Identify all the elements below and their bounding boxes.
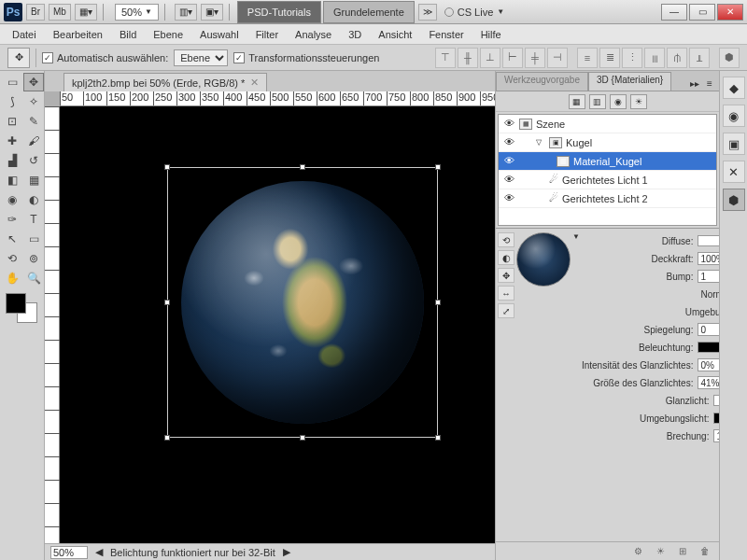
gradient-tool[interactable]: ▦ xyxy=(23,171,44,189)
panel-tab-3d-materials[interactable]: 3D {Materialien} xyxy=(588,72,671,91)
menu-view[interactable]: Ansicht xyxy=(370,26,420,43)
pen-tool[interactable]: ✑ xyxy=(2,210,22,229)
scene-tree[interactable]: 👁 ▦ Szene 👁 ▽ ▣ Kugel 👁 ▥ Materi xyxy=(498,114,717,226)
menu-layer[interactable]: Ebene xyxy=(145,26,191,43)
hand-tool[interactable]: ✋ xyxy=(2,269,22,287)
handle-mr[interactable] xyxy=(435,300,441,305)
menu-file[interactable]: Datei xyxy=(4,26,45,43)
ambient-swatch[interactable] xyxy=(713,413,719,424)
render-settings-icon[interactable]: ⚙ xyxy=(629,545,646,558)
menu-edit[interactable]: Bearbeiten xyxy=(45,26,111,43)
document-tab[interactable]: kplj2th2.bmp bei 50% (Erde, RGB/8) * ✕ xyxy=(63,73,267,91)
gloss-size-field[interactable]: 41% xyxy=(698,376,719,389)
screenmode-button[interactable]: ▣▾ xyxy=(201,4,223,21)
3d-pan-icon[interactable]: ✥ xyxy=(498,268,514,283)
transform-controls-checkbox[interactable]: ✓Transformationssteuerungen xyxy=(233,52,379,63)
3d-roll-icon[interactable]: ◐ xyxy=(498,250,514,265)
tools-dock-icon[interactable]: ✕ xyxy=(723,161,745,183)
handle-ml[interactable] xyxy=(164,300,170,305)
zoom-field[interactable]: 50% xyxy=(50,546,88,559)
tree-row-kugel[interactable]: 👁 ▽ ▣ Kugel xyxy=(499,133,716,152)
eyedropper-tool[interactable]: ✎ xyxy=(23,112,44,131)
preview-menu-icon[interactable]: ▼ xyxy=(572,232,580,241)
refraction-field[interactable]: 1 xyxy=(713,429,719,442)
ruler-horizontal[interactable]: 5010015020025030035040045050055060065070… xyxy=(60,91,495,106)
zoom-tool[interactable]: 🔍 xyxy=(23,269,44,287)
bump-field[interactable]: 1 xyxy=(698,270,719,283)
workspace-tab-basics[interactable]: Grundelemente xyxy=(323,1,415,23)
align-hcenter-icon[interactable]: ╪ xyxy=(525,48,545,68)
arrange-button[interactable]: ▥▾ xyxy=(175,4,197,21)
marquee-tool[interactable]: ▭ xyxy=(2,73,22,91)
handle-tl[interactable] xyxy=(164,164,170,170)
adjustments-dock-icon[interactable]: ▣ xyxy=(723,133,745,155)
handle-tm[interactable] xyxy=(300,164,305,170)
tree-row-material[interactable]: 👁 ▥ Material_Kugel xyxy=(499,152,716,171)
3d-mode-icon[interactable]: ⬢ xyxy=(719,48,740,68)
new-icon[interactable]: ⊞ xyxy=(674,545,691,558)
minimize-button[interactable]: ― xyxy=(661,4,687,21)
zoom-select[interactable]: 50%▼ xyxy=(115,4,159,21)
menu-image[interactable]: Bild xyxy=(111,26,145,43)
active-tool-indicator[interactable]: ✥ xyxy=(7,48,30,68)
visibility-icon[interactable]: 👁 xyxy=(502,136,515,149)
lasso-tool[interactable]: ⟆ xyxy=(2,92,22,111)
stamp-tool[interactable]: ▟ xyxy=(2,151,22,170)
filter-material-icon[interactable]: ◉ xyxy=(610,94,627,109)
handle-br[interactable] xyxy=(435,435,441,441)
tree-row-light2[interactable]: 👁 ☄ Gerichtetes Licht 2 xyxy=(499,189,716,208)
3d-scale-icon[interactable]: ⤢ xyxy=(498,303,514,318)
diffuse-swatch[interactable] xyxy=(698,235,719,246)
menu-filter[interactable]: Filter xyxy=(247,26,287,43)
handle-bl[interactable] xyxy=(164,435,170,441)
disclosure-icon[interactable]: ▽ xyxy=(536,138,545,147)
minibridge-button[interactable]: Mb xyxy=(49,4,71,21)
handle-tr[interactable] xyxy=(435,164,441,170)
filter-mesh-icon[interactable]: ▥ xyxy=(589,94,606,109)
align-vcenter-icon[interactable]: ╫ xyxy=(458,48,478,68)
distribute-2-icon[interactable]: ≣ xyxy=(599,48,620,68)
opacity-field[interactable]: 100% xyxy=(698,252,719,265)
layers-dock-icon[interactable]: ◆ xyxy=(723,77,745,99)
align-left-icon[interactable]: ⊢ xyxy=(502,48,523,68)
3d-rotate-tool[interactable]: ⟲ xyxy=(2,249,22,268)
align-top-icon[interactable]: ⊤ xyxy=(435,48,456,68)
auto-select-target[interactable]: Ebene xyxy=(174,49,228,66)
align-bottom-icon[interactable]: ⊥ xyxy=(480,48,500,68)
filter-scene-icon[interactable]: ▦ xyxy=(569,94,585,109)
distribute-1-icon[interactable]: ≡ xyxy=(577,48,598,68)
view-extras-button[interactable]: ▦▾ xyxy=(75,4,97,21)
maximize-button[interactable]: ▭ xyxy=(689,4,715,21)
menu-help[interactable]: Hilfe xyxy=(472,26,510,43)
visibility-icon[interactable]: 👁 xyxy=(502,155,515,168)
3d-slide-icon[interactable]: ↔ xyxy=(498,286,514,301)
foreground-swatch[interactable] xyxy=(6,293,26,314)
auto-select-checkbox[interactable]: ✓Automatisch auswählen: xyxy=(42,52,168,63)
brush-tool[interactable]: 🖌 xyxy=(23,132,44,150)
illum-swatch[interactable] xyxy=(698,342,719,353)
distribute-6-icon[interactable]: ⫫ xyxy=(689,48,710,68)
crop-tool[interactable]: ⊡ xyxy=(2,112,22,131)
blur-tool[interactable]: ◉ xyxy=(2,190,22,209)
color-swatches[interactable] xyxy=(2,293,42,327)
workspace-more-button[interactable]: ≫ xyxy=(418,4,437,21)
distribute-3-icon[interactable]: ⋮ xyxy=(622,48,642,68)
light-toggle-icon[interactable]: ☀ xyxy=(652,545,669,558)
type-tool[interactable]: T xyxy=(23,210,44,229)
gloss-intensity-field[interactable]: 0% xyxy=(698,358,719,371)
history-brush-tool[interactable]: ↺ xyxy=(23,151,44,170)
filter-light-icon[interactable]: ☀ xyxy=(630,94,647,109)
trash-icon[interactable]: 🗑 xyxy=(697,545,713,558)
menu-select[interactable]: Auswahl xyxy=(191,26,247,43)
visibility-icon[interactable]: 👁 xyxy=(502,192,515,205)
menu-analysis[interactable]: Analyse xyxy=(287,26,340,43)
handle-bm[interactable] xyxy=(300,435,305,441)
heal-tool[interactable]: ✚ xyxy=(2,132,22,150)
move-tool[interactable]: ✥ xyxy=(23,73,44,91)
channels-dock-icon[interactable]: ◉ xyxy=(723,105,745,127)
canvas[interactable] xyxy=(60,106,495,543)
3d-dock-icon[interactable]: ⬢ xyxy=(723,189,745,211)
path-tool[interactable]: ↖ xyxy=(2,230,22,248)
eraser-tool[interactable]: ◧ xyxy=(2,171,22,189)
wand-tool[interactable]: ✧ xyxy=(23,92,44,111)
